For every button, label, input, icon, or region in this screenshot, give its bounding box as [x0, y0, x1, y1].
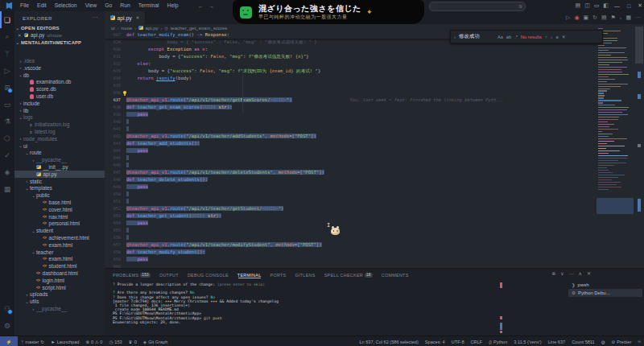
status-timer[interactable]: ◷153 — [105, 336, 125, 346]
activity-testing[interactable]: ⚗ — [0, 113, 14, 130]
tree-item-user-db[interactable]: user.db — [14, 93, 105, 100]
whole-word-icon[interactable]: ab — [506, 35, 511, 39]
tree-item-login-html[interactable]: <>login.html — [14, 277, 105, 284]
tree-item--pycache-[interactable]: ›__pycache__ — [14, 305, 105, 312]
maximize-button[interactable]: □ — [627, 3, 630, 9]
editor-action-icon[interactable]: ▦ — [625, 14, 631, 21]
find-input[interactable]: 修改成功 — [459, 33, 494, 40]
panel-tab-problems[interactable]: PROBLEMS153 — [113, 273, 151, 278]
code-line[interactable]: 637@teacher_api_v1.route("/api/v1/teache… — [105, 97, 596, 104]
panel-tab-gitlens[interactable]: GITLENS — [295, 273, 315, 278]
code-line[interactable]: 642@teacher_api_v1.route("/api/v1/teache… — [105, 133, 596, 140]
code-line[interactable]: 654 pass — [105, 220, 596, 227]
status-extension-status[interactable]: ◍ — [598, 336, 609, 346]
status-prettier[interactable]: ⊘Prettier — [609, 336, 635, 346]
tree-item-lib[interactable]: ›lib — [14, 107, 105, 114]
code-line[interactable]: 644 pass — [105, 147, 596, 154]
tree-item-public[interactable]: ⌄public — [14, 192, 105, 199]
breadcrumb-item[interactable]: ui — [111, 26, 115, 31]
tree-item-personal-html[interactable]: <>personal.html — [14, 220, 105, 227]
find-close-icon[interactable]: ✕ — [562, 35, 566, 39]
tree-item-route[interactable]: ⌄route — [14, 149, 105, 156]
nav-forward-icon[interactable]: → — [208, 3, 214, 9]
menu-terminal[interactable]: Terminal — [134, 0, 163, 11]
project-root-header[interactable]: ⌄MENTALARITHMETICAPP — [14, 39, 105, 46]
find-expand-icon[interactable]: › — [454, 35, 456, 39]
menu-help[interactable]: Help — [163, 0, 182, 11]
terminal-instance-python-debug[interactable]: ⚙Python Debu... — [568, 289, 642, 297]
tree-item-templates[interactable]: ⌄templates — [14, 184, 105, 192]
terminal-action-icon[interactable]: ∧ — [579, 270, 582, 276]
layout-toggle-icon[interactable]: ▤ — [576, 2, 581, 9]
status-branch[interactable]: ᛘmaster↻ — [18, 336, 47, 346]
activity-remote-explorer[interactable]: ▭ — [0, 96, 14, 113]
code-line[interactable]: 634 return jsonify(body) — [105, 75, 596, 82]
tree-item--vscode[interactable]: ›.vscode — [14, 64, 105, 72]
layout-toggle-icon[interactable]: ◧ — [603, 2, 609, 9]
status-indentation[interactable]: Spaces: 4 — [422, 336, 448, 346]
nav-back-icon[interactable]: ← — [198, 3, 204, 9]
tree-item-teacher[interactable]: ⌄teacher — [14, 249, 105, 256]
layout-toggle-icon[interactable]: ▭ — [594, 2, 600, 9]
tree-item--init-py[interactable]: __init__.py — [14, 163, 105, 171]
tree-item-ui[interactable]: ⌄ui — [14, 142, 105, 150]
tree-item-dashboard-html[interactable]: <>dashboard.html — [14, 270, 105, 277]
code-line[interactable]: 636 — [105, 89, 596, 97]
tree-item-api-py[interactable]: api.py — [14, 171, 105, 178]
close-button[interactable]: ✕ — [638, 2, 642, 9]
code-line[interactable]: 659 pass — [105, 256, 596, 263]
tree-item-exam-html[interactable]: <>exam.html — [14, 241, 105, 249]
tree-item-uploads[interactable]: ›uploads — [14, 290, 105, 298]
status-crown[interactable]: ♛0 — [126, 336, 140, 346]
status-language-mode[interactable]: {}Python — [485, 336, 510, 346]
menu-selection[interactable]: Selection — [51, 0, 81, 11]
panel-tab-comments[interactable]: COMMENTS — [382, 273, 409, 278]
activity-search[interactable]: ⌕ — [0, 28, 14, 45]
code-line[interactable]: 649 pass — [105, 183, 596, 191]
code-line[interactable]: 647@teacher_api_v1.route("/api/v1/teache… — [105, 169, 596, 176]
code-line[interactable]: 640 — [105, 118, 596, 126]
tree-item-initialization-log[interactable]: ≡initialization.log — [14, 121, 105, 128]
activity-source-control[interactable]: ᛘ — [0, 45, 14, 62]
status-remote[interactable]: ⚡ — [0, 336, 18, 346]
status-interpreter[interactable]: 3.11.5 ('venv') — [510, 336, 544, 346]
activity-docker[interactable]: ◈ — [0, 163, 14, 180]
editor-action-icon[interactable]: ⚑ — [611, 14, 616, 21]
find-prev-icon[interactable]: ↑ — [545, 35, 547, 39]
activity-packages[interactable]: ⬡ — [0, 130, 14, 146]
code-line[interactable]: 650 — [105, 191, 596, 198]
open-editor-item[interactable]: ✕ api.py ui\route — [14, 31, 105, 39]
tree-item-logs[interactable]: ⌄logs — [14, 113, 105, 121]
menu-go[interactable]: Go — [101, 0, 116, 11]
editor-action-icon[interactable]: ◉ — [574, 14, 579, 21]
code-line[interactable]: 630 except Exception as e: — [105, 46, 596, 53]
regex-icon[interactable]: .* — [514, 35, 518, 39]
activity-tasks[interactable]: ✓ — [0, 146, 14, 163]
code-line[interactable]: 656 — [105, 234, 596, 241]
tree-item-db[interactable]: ⌄db — [14, 72, 105, 79]
scrollbar-slider[interactable] — [635, 27, 643, 64]
find-next-icon[interactable]: ↓ — [551, 35, 553, 39]
status-line-count[interactable]: Line 637 — [545, 336, 568, 346]
code-line[interactable]: 643def teacher_add_students(): — [105, 140, 596, 147]
tab-api-py[interactable]: api.py ✕ — [105, 11, 146, 24]
code-line[interactable]: 652@teacher_api_v1.route("/api/v1/teache… — [105, 205, 596, 212]
tree-item--idea[interactable]: ›.idea — [14, 57, 105, 64]
code-line[interactable]: 658def teacher_modify_student(): — [105, 249, 596, 256]
editor-action-icon[interactable]: ▣ — [583, 14, 588, 21]
terminal-instance-pwsh[interactable]: ❯pwsh — [568, 281, 642, 289]
panel-tab-terminal[interactable]: TERMINAL — [237, 273, 262, 278]
tree-item-cover-html[interactable]: <>cover.html — [14, 206, 105, 213]
tree-item-achievement-html[interactable]: <>achievement.html — [14, 234, 105, 241]
activity-accounts[interactable]: ⚇ — [0, 300, 14, 317]
code-line[interactable]: 641 — [105, 126, 596, 133]
panel-tab-output[interactable]: OUTPUT — [159, 273, 179, 278]
tree-item-node-modules[interactable]: ›node_modules — [14, 135, 105, 142]
status-git-graph[interactable]: ◈Git Graph — [140, 336, 171, 346]
editor-action-icon[interactable]: ▷ — [566, 14, 570, 21]
status-encoding[interactable]: UTF-8 — [448, 336, 468, 346]
tree-item-base-html[interactable]: <>base.html — [14, 199, 105, 206]
code-line[interactable]: 655 — [105, 227, 596, 234]
panel-tab-ports[interactable]: PORTS — [270, 273, 287, 278]
tree-item-static[interactable]: ›static — [14, 178, 105, 185]
